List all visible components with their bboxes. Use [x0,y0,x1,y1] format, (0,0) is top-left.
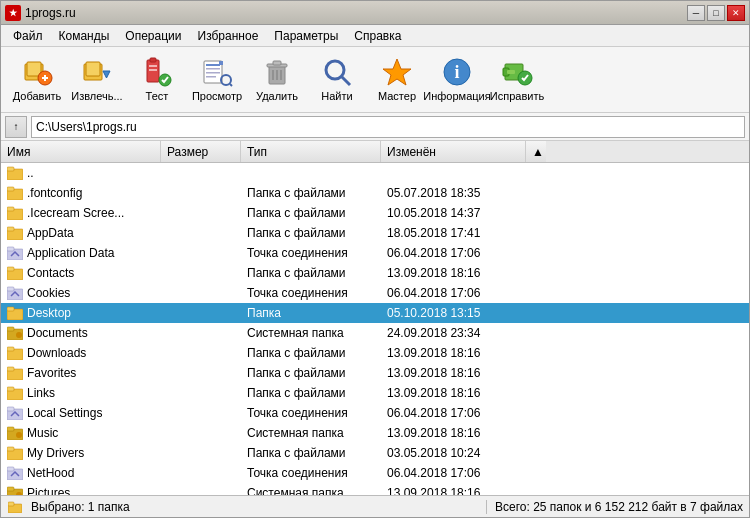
svg-rect-39 [7,187,14,191]
table-row[interactable]: Favorites Папка с файлами 13.09.2018 18:… [1,363,749,383]
cell-modified-9: 13.09.2018 18:16 [381,346,526,360]
toolbar-repair-button[interactable]: Исправить [489,51,545,109]
column-header-name[interactable]: Имя [1,141,161,162]
menu-operations[interactable]: Операции [117,27,189,45]
cell-modified-10: 13.09.2018 18:16 [381,366,526,380]
toolbar-extract-button[interactable]: Извлечь... [69,51,125,109]
file-list-body[interactable]: .. .fontconfig Папка с файлами 05.07.201… [1,163,749,495]
svg-line-20 [230,84,232,86]
info-icon: i [441,56,473,88]
add-icon [21,56,53,88]
svg-rect-18 [219,61,223,65]
table-row[interactable]: AppData Папка с файлами 18.05.2018 17:41 [1,223,749,243]
menu-commands[interactable]: Команды [51,27,118,45]
menu-help[interactable]: Справка [346,27,409,45]
svg-rect-41 [7,207,14,211]
column-header-modified[interactable]: Изменён [381,141,526,162]
svg-rect-43 [7,227,14,231]
table-row[interactable]: Application Data Точка соединения 06.04.… [1,243,749,263]
file-icon-11 [7,385,23,401]
table-row[interactable]: Music Системная папка 13.09.2018 18:16 [1,423,749,443]
status-total-text: Всего: 25 папок и 6 152 212 байт в 7 фай… [495,500,743,514]
cell-type-8: Системная папка [241,326,381,340]
table-row[interactable]: Documents Системная папка 24.09.2018 23:… [1,323,749,343]
svg-rect-64 [7,427,14,431]
cell-modified-13: 13.09.2018 18:16 [381,426,526,440]
cell-name-15: NetHood [1,465,161,481]
table-row[interactable]: Downloads Папка с файлами 13.09.2018 18:… [1,343,749,363]
status-bar: Выбрано: 1 папка Всего: 25 папок и 6 152… [1,495,749,517]
address-input[interactable] [31,116,745,138]
file-icon-16 [7,485,23,495]
svg-rect-37 [7,167,14,171]
cell-modified-4: 06.04.2018 17:06 [381,246,526,260]
table-row[interactable]: NetHood Точка соединения 06.04.2018 17:0… [1,463,749,483]
table-row[interactable]: .fontconfig Папка с файлами 05.07.2018 1… [1,183,749,203]
svg-rect-6 [86,62,100,76]
cell-type-14: Папка с файлами [241,446,381,460]
cell-name-6: Cookies [1,285,161,301]
maximize-button[interactable]: □ [707,5,725,21]
table-row[interactable]: .. [1,163,749,183]
svg-rect-47 [7,267,14,271]
cell-type-11: Папка с файлами [241,386,381,400]
svg-rect-45 [7,247,14,251]
cell-type-13: Системная папка [241,426,381,440]
menu-file[interactable]: Файл [5,27,51,45]
toolbar-add-button[interactable]: Добавить [9,51,65,109]
toolbar-view-button[interactable]: Просмотр [189,51,245,109]
svg-point-54 [16,332,22,338]
cell-modified-3: 18.05.2018 17:41 [381,226,526,240]
app-icon: ★ [5,5,21,21]
cell-type-1: Папка с файлами [241,186,381,200]
svg-rect-82 [8,502,14,506]
menu-bar: Файл Команды Операции Избранное Параметр… [1,25,749,47]
window-title: 1progs.ru [25,6,76,20]
menu-favorites[interactable]: Избранное [190,27,267,45]
minimize-button[interactable]: ─ [687,5,705,21]
table-row[interactable]: .Icecream Scree... Папка с файлами 10.05… [1,203,749,223]
table-row[interactable]: Links Папка с файлами 13.09.2018 18:16 [1,383,749,403]
toolbar-info-button[interactable]: i Информация [429,51,485,109]
column-header-size[interactable]: Размер [161,141,241,162]
find-icon [321,56,353,88]
title-bar-left: ★ 1progs.ru [5,5,76,21]
svg-rect-71 [7,487,14,491]
toolbar-delete-button[interactable]: Удалить [249,51,305,109]
cell-name-2: .Icecream Scree... [1,205,161,221]
table-row[interactable]: Pictures Системная папка 13.09.2018 18:1… [1,483,749,495]
cell-type-5: Папка с файлами [241,266,381,280]
cell-name-16: Pictures [1,485,161,495]
svg-point-27 [326,61,344,79]
svg-rect-11 [149,69,157,71]
close-button[interactable]: ✕ [727,5,745,21]
table-row[interactable]: Local Settings Точка соединения 06.04.20… [1,403,749,423]
table-row[interactable]: Contacts Папка с файлами 13.09.2018 18:1… [1,263,749,283]
title-bar: ★ 1progs.ru ─ □ ✕ [1,1,749,25]
title-buttons: ─ □ ✕ [687,5,745,21]
menu-params[interactable]: Параметры [266,27,346,45]
cell-name-8: Documents [1,325,161,341]
column-header-type[interactable]: Тип [241,141,381,162]
wizard-icon [381,56,413,88]
cell-type-10: Папка с файлами [241,366,381,380]
cell-modified-5: 13.09.2018 18:16 [381,266,526,280]
toolbar-wizard-button[interactable]: Мастер [369,51,425,109]
table-row[interactable]: Cookies Точка соединения 06.04.2018 17:0… [1,283,749,303]
cell-type-7: Папка [241,306,381,320]
table-row[interactable]: My Drivers Папка с файлами 03.05.2018 10… [1,443,749,463]
toolbar-test-button[interactable]: Тест [129,51,185,109]
svg-marker-7 [103,71,110,78]
file-icon-1 [7,185,23,201]
toolbar-wizard-label: Мастер [378,90,416,102]
navigate-up-button[interactable]: ↑ [5,116,27,138]
table-row[interactable]: Desktop Папка 05.10.2018 13:15 [1,303,749,323]
toolbar-test-label: Тест [146,90,169,102]
toolbar-find-button[interactable]: Найти [309,51,365,109]
svg-rect-17 [206,76,216,78]
cell-modified-2: 10.05.2018 14:37 [381,206,526,220]
svg-text:i: i [454,62,459,82]
svg-rect-69 [7,467,14,471]
file-icon-15 [7,465,23,481]
cell-name-3: AppData [1,225,161,241]
